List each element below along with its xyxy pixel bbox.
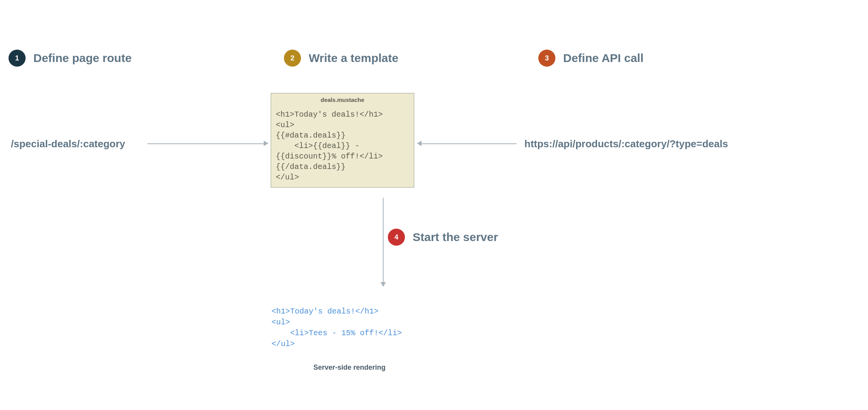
step-1-number: 1 [15, 54, 19, 62]
output-code: <h1>Today's deals!</h1> <ul> <li>Tees - … [271, 306, 402, 350]
step-4-title: Start the server [413, 231, 498, 244]
step-4-badge: 4 [388, 229, 405, 246]
arrow-right-line [422, 143, 517, 144]
api-url-text: https://api/products/:category/?type=dea… [524, 138, 728, 150]
template-filename: deals.mustache [271, 93, 414, 106]
step-4-header: 4 Start the server [388, 229, 498, 246]
template-box: deals.mustache <h1>Today's deals!</h1> <… [271, 93, 414, 188]
arrow-down-line [383, 198, 384, 283]
step-2-title: Write a template [309, 52, 398, 65]
template-code: <h1>Today's deals!</h1> <ul> {{#data.dea… [271, 106, 414, 187]
step-1-badge: 1 [9, 50, 26, 67]
step-3-header: 3 Define API call [538, 50, 643, 67]
route-text: /special-deals/:category [11, 138, 125, 150]
arrow-left-head-icon [264, 141, 268, 146]
step-1-header: 1 Define page route [9, 50, 131, 67]
step-2-header: 2 Write a template [284, 50, 398, 67]
arrow-down-head-icon [380, 282, 386, 287]
step-2-badge: 2 [284, 50, 301, 67]
step-4-number: 4 [394, 233, 398, 241]
caption: Server-side rendering [313, 363, 386, 372]
step-2-number: 2 [290, 54, 294, 62]
arrow-right-head-icon [417, 141, 422, 146]
step-3-number: 3 [545, 54, 549, 62]
step-3-badge: 3 [538, 50, 555, 67]
step-1-title: Define page route [33, 52, 131, 65]
step-3-title: Define API call [563, 52, 643, 65]
arrow-left-line [147, 143, 264, 144]
